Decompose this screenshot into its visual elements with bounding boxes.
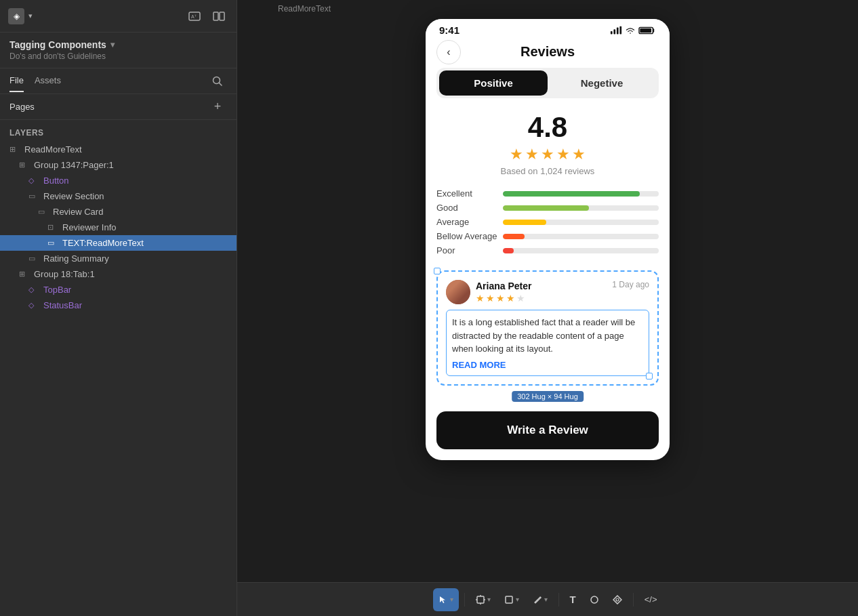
rating-bars: Excellent Good Average (426, 183, 670, 265)
layer-review-section[interactable]: ▭ Review Section (0, 188, 237, 204)
pages-bar: Pages + (0, 94, 237, 120)
bar-label-excellent: Excellent (436, 188, 497, 199)
svg-rect-11 (640, 28, 651, 33)
search-button[interactable] (208, 72, 227, 91)
bar-row-poor: Poor (436, 245, 659, 255)
bar-track-average (503, 220, 659, 225)
add-page-button[interactable]: + (208, 98, 227, 117)
pen-tool[interactable]: ▾ (527, 588, 553, 611)
layer-text-readmore[interactable]: ▭ TEXT:ReadMoreText (0, 235, 237, 251)
project-subtitle: Do's and don'ts Guidelines (9, 52, 227, 61)
layout-toggle-button[interactable] (209, 7, 228, 26)
toolbar-separator-1 (464, 593, 465, 607)
frame-chevron: ▾ (487, 596, 491, 603)
layer-statusbar[interactable]: ◇ StatusBar (0, 297, 237, 313)
code-icon: </> (645, 594, 657, 604)
layer-rating-summary[interactable]: ▭ Rating Summary (0, 251, 237, 266)
bar-fill-below-average (503, 234, 525, 239)
tab-switcher: Positive Negetive (436, 68, 659, 98)
file-assets-tabs: File Assets (9, 70, 61, 92)
write-review-button[interactable]: Write a Review (436, 411, 659, 449)
resize-handle-tl[interactable] (434, 268, 441, 274)
layer-button[interactable]: ◇ Button (0, 173, 237, 188)
svg-rect-12 (477, 596, 484, 603)
back-button[interactable]: ‹ (436, 40, 461, 64)
layer-topbar[interactable]: ◇ TopBar (0, 282, 237, 297)
bar-fill-average (503, 220, 546, 225)
bar-label-below-average: Bellow Average (436, 231, 497, 241)
status-icons (610, 26, 656, 35)
cursor-tool[interactable]: ▾ (433, 588, 459, 611)
app-logo-icon: ◈ (8, 8, 24, 24)
resize-handle-br[interactable] (646, 373, 653, 379)
status-time: 9:41 (439, 24, 459, 36)
rating-summary: 4.8 ★ ★ ★ ★ ★ Based on 1,024 reviews (426, 106, 670, 176)
bar-fill-good (503, 205, 589, 211)
code-tool[interactable]: </> (639, 588, 663, 611)
layer-icon-review-card: ▭ (38, 207, 49, 216)
reviewer-star-5: ★ (516, 293, 525, 304)
layer-label-group18: Group 18:Tab:1 (34, 269, 95, 279)
read-more-link[interactable]: READ MORE (452, 360, 643, 370)
review-text: It is a long established fact that a rea… (452, 316, 643, 356)
svg-rect-8 (617, 27, 619, 34)
layer-icon-rating-summary: ▭ (28, 254, 39, 263)
tab-file[interactable]: File (9, 70, 24, 92)
layer-group1347[interactable]: ⊞ Group 1347:Pager:1 (0, 157, 237, 173)
layer-label-review-card: Review Card (53, 207, 103, 217)
bar-track-good (503, 205, 659, 211)
layer-icon-group18: ⊞ (19, 270, 30, 279)
layer-icon-group1347: ⊞ (19, 161, 30, 169)
tab-negative[interactable]: Negetive (548, 70, 656, 96)
app-title: Reviews (520, 44, 575, 60)
svg-point-20 (616, 598, 619, 601)
layer-label-review-section: Review Section (43, 191, 104, 201)
tab-positive[interactable]: Positive (439, 70, 548, 96)
left-panel: ◈ ▾ Aᵀ Tagging Components ▾ Do's and (0, 0, 237, 616)
bar-row-average: Average (436, 217, 659, 227)
frame-tool[interactable]: ▾ (470, 588, 496, 611)
signal-icon (610, 26, 622, 35)
based-on: Based on 1,024 reviews (436, 166, 659, 176)
bar-track-excellent (503, 191, 659, 197)
layer-label-reviewer-info: Reviewer Info (62, 222, 116, 232)
bar-label-good: Good (436, 203, 497, 213)
reviewer-details: Ariana Peter ★ ★ ★ ★ ★ (476, 281, 531, 304)
layer-label-topbar: TopBar (43, 285, 71, 295)
text-tool[interactable]: T (565, 588, 581, 611)
layer-reviewer-info[interactable]: ⊡ Reviewer Info (0, 220, 237, 235)
ellipse-tool[interactable] (584, 588, 605, 611)
bar-row-good: Good (436, 203, 659, 213)
svg-rect-2 (213, 12, 218, 20)
layer-icon-readmoretext: ⊞ (9, 145, 20, 154)
tab-assets[interactable]: Assets (35, 70, 61, 92)
big-rating: 4.8 (436, 113, 659, 142)
component-tool[interactable] (607, 588, 628, 611)
logo-area: ◈ ▾ (8, 8, 33, 24)
layer-readmoretext[interactable]: ⊞ ReadMoreText (0, 142, 237, 157)
project-dropdown-icon[interactable]: ▾ (110, 40, 115, 49)
svg-line-5 (220, 83, 222, 85)
bar-track-poor (503, 248, 659, 253)
svg-rect-17 (506, 596, 512, 603)
star-4: ★ (556, 146, 570, 163)
shape-tool[interactable]: ▾ (499, 588, 525, 611)
layer-label-group1347: Group 1347:Pager:1 (34, 160, 114, 170)
layer-group18[interactable]: ⊞ Group 18:Tab:1 (0, 266, 237, 282)
bottom-toolbar: ▾ ▾ ▾ ▾ (237, 582, 858, 616)
text-style-button[interactable]: Aᵀ (185, 7, 204, 26)
bar-fill-poor (503, 248, 514, 253)
svg-rect-7 (613, 29, 615, 34)
dropdown-chevron[interactable]: ▾ (28, 12, 33, 20)
layer-review-card[interactable]: ▭ Review Card (0, 204, 237, 220)
bar-label-poor: Poor (436, 245, 497, 255)
canvas-content: 9:41 (426, 16, 670, 616)
phone-frame: 9:41 (426, 19, 670, 460)
reviewer-star-4: ★ (506, 293, 515, 304)
bar-track-below-average (503, 234, 659, 239)
project-title: Tagging Components ▾ (9, 39, 227, 50)
reviewer-name: Ariana Peter (476, 281, 531, 291)
shape-icon (504, 595, 514, 604)
layer-icon-text-readmore: ▭ (47, 239, 58, 247)
layer-icon-topbar: ◇ (28, 285, 39, 294)
